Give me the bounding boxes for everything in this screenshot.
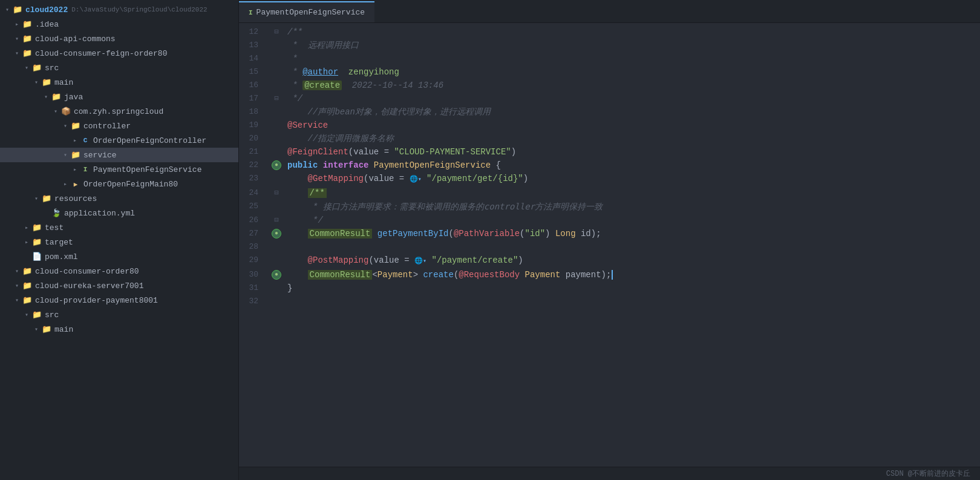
tree-label-main: main bbox=[54, 78, 73, 87]
tree-item-src[interactable]: 📁 src bbox=[0, 61, 238, 75]
tab-payment-service[interactable]: I PaymentOpenFeignService bbox=[239, 1, 374, 22]
code-line: 25 * 接口方法声明要求：需要和被调用的服务的controller方法声明保持… bbox=[239, 200, 980, 214]
tree-arrow bbox=[12, 297, 22, 304]
tree-item-pom[interactable]: 📄 pom.xml bbox=[0, 249, 238, 264]
code-line: 30 ● CommonResult<Payment> create(@Reque… bbox=[239, 268, 980, 281]
tree-arrow bbox=[22, 224, 31, 231]
folder-icon: 📁 bbox=[31, 237, 42, 247]
line-gutter: ⊟ bbox=[268, 214, 285, 227]
line-gutter bbox=[268, 254, 285, 268]
line-content: @FeignClient(value = "CLOUD-PAYMENT-SERV… bbox=[285, 145, 980, 159]
tree-arrow bbox=[22, 64, 31, 71]
tree-label-src: src bbox=[45, 64, 59, 73]
tree-item-order80[interactable]: 📁 cloud-consumer-order80 bbox=[0, 264, 238, 278]
code-line: 13 * 远程调用接口 bbox=[239, 39, 980, 52]
tree-item-java[interactable]: 📁 java bbox=[0, 90, 238, 104]
tree-label-controller: controller bbox=[83, 122, 131, 131]
tree-item-package[interactable]: 📦 com.zyh.springcloud bbox=[0, 104, 238, 119]
tree-item-src2[interactable]: 📁 src bbox=[0, 307, 238, 322]
line-gutter bbox=[268, 119, 285, 132]
status-bar: CSDN @不断前进的皮卡丘 bbox=[239, 467, 980, 480]
tree-arrow bbox=[31, 79, 41, 86]
code-line: 32 bbox=[239, 295, 980, 308]
line-content: */ bbox=[285, 214, 980, 227]
tree-arrow bbox=[12, 282, 22, 289]
tree-item-cloud-api-commons[interactable]: 📁 cloud-api-commons bbox=[0, 31, 238, 46]
fold-icon[interactable]: ⊟ bbox=[274, 214, 278, 227]
tab-icon: I bbox=[249, 9, 253, 16]
folder-icon: 📁 bbox=[22, 295, 33, 305]
tree-arrow bbox=[12, 268, 22, 275]
line-gutter: ● bbox=[268, 268, 285, 281]
tree-arrow bbox=[12, 21, 22, 28]
code-line: 12 ⊟ /** bbox=[239, 25, 980, 39]
code-line: 27 ● CommonResult getPaymentById(@PathVa… bbox=[239, 227, 980, 240]
line-content bbox=[285, 240, 980, 254]
tree-item-main2[interactable]: 📁 main bbox=[0, 322, 238, 337]
line-content: /** bbox=[285, 25, 980, 39]
code-line: 18 //声明bean对象，创建代理对象，进行远程调用 bbox=[239, 105, 980, 119]
line-number: 23 bbox=[239, 172, 268, 186]
line-number: 13 bbox=[239, 39, 268, 52]
line-gutter bbox=[268, 295, 285, 308]
tree-item-order-controller[interactable]: C OrderOpenFeignController bbox=[0, 133, 238, 148]
line-number: 27 bbox=[239, 227, 268, 240]
tree-item-idea[interactable]: 📁 .idea bbox=[0, 17, 238, 31]
line-number: 17 bbox=[239, 92, 268, 105]
tree-arrow bbox=[60, 122, 70, 130]
tree-arrow bbox=[2, 6, 12, 13]
code-line: 16 * @create 2022--10--14 13:46 bbox=[239, 79, 980, 92]
tree-item-payment8001[interactable]: 📁 cloud-provider-payment8001 bbox=[0, 293, 238, 307]
code-content[interactable]: 12 ⊟ /** 13 * 远程调用接口 14 * 15 * @author z… bbox=[239, 23, 980, 467]
tree-arrow bbox=[70, 137, 80, 144]
tree-label-test: test bbox=[45, 223, 64, 232]
line-content: //指定调用微服务名称 bbox=[285, 132, 980, 145]
tree-item-controller[interactable]: 📁 controller bbox=[0, 119, 238, 133]
fold-icon[interactable]: ⊟ bbox=[274, 25, 278, 39]
tree-label-main80: OrderOpenFeignMain80 bbox=[83, 180, 178, 189]
folder-icon: 📁 bbox=[51, 92, 62, 102]
code-line: 20 //指定调用微服务名称 bbox=[239, 132, 980, 145]
code-line: 19 @Service bbox=[239, 119, 980, 132]
tree-item-eureka7001[interactable]: 📁 cloud-eureka-server7001 bbox=[0, 278, 238, 293]
gutter-green-icon: ● bbox=[272, 270, 281, 280]
class-icon: C bbox=[80, 137, 91, 144]
line-number: 25 bbox=[239, 200, 268, 214]
tree-item-root[interactable]: 📁 cloud2022 D:\JavaStudy\SpringCloud\clo… bbox=[0, 2, 238, 17]
tree-item-yml[interactable]: 🍃 application.yml bbox=[0, 206, 238, 220]
code-line: 17 ⊟ */ bbox=[239, 92, 980, 105]
line-content: CommonResult getPaymentById(@PathVariabl… bbox=[285, 227, 980, 240]
tree-item-feign-order80[interactable]: 📁 cloud-consumer-feign-order80 bbox=[0, 46, 238, 61]
tree-label-service: service bbox=[83, 151, 117, 160]
tree-path: D:\JavaStudy\SpringCloud\cloud2022 bbox=[71, 6, 207, 13]
code-line: 28 bbox=[239, 240, 980, 254]
tree-item-service[interactable]: 📁 service bbox=[0, 148, 238, 162]
status-label: CSDN @不断前进的皮卡丘 bbox=[886, 468, 970, 479]
line-gutter bbox=[268, 39, 285, 52]
fold-icon[interactable]: ⊟ bbox=[274, 186, 278, 200]
tree-item-test[interactable]: 📁 test bbox=[0, 220, 238, 235]
line-gutter bbox=[268, 240, 285, 254]
tree-label-feign-order80: cloud-consumer-feign-order80 bbox=[35, 49, 167, 58]
line-number: 24 bbox=[239, 186, 268, 200]
line-number: 31 bbox=[239, 281, 268, 295]
line-gutter bbox=[268, 52, 285, 65]
line-gutter bbox=[268, 200, 285, 214]
tree-label-root: cloud2022 bbox=[25, 5, 68, 15]
line-number: 19 bbox=[239, 119, 268, 132]
tree-item-target[interactable]: 📁 target bbox=[0, 235, 238, 249]
line-gutter bbox=[268, 65, 285, 79]
fold-icon[interactable]: ⊟ bbox=[274, 92, 278, 105]
line-gutter: ⊟ bbox=[268, 92, 285, 105]
tree-item-payment-service[interactable]: I PaymentOpenFeignService bbox=[0, 162, 238, 177]
tree-item-resources[interactable]: 📁 resources bbox=[0, 191, 238, 206]
tree-arrow bbox=[22, 311, 31, 318]
line-number: 18 bbox=[239, 105, 268, 119]
tree-item-main[interactable]: 📁 main bbox=[0, 75, 238, 90]
line-gutter bbox=[268, 132, 285, 145]
code-line: 29 @PostMapping(value = 🌐▾ "/payment/cre… bbox=[239, 254, 980, 268]
tree-item-main80[interactable]: ▶ OrderOpenFeignMain80 bbox=[0, 177, 238, 191]
folder-icon: 📁 bbox=[31, 223, 42, 232]
yaml-icon: 🍃 bbox=[51, 208, 62, 218]
line-content: @GetMapping(value = 🌐▾ "/payment/get/{id… bbox=[285, 172, 980, 186]
